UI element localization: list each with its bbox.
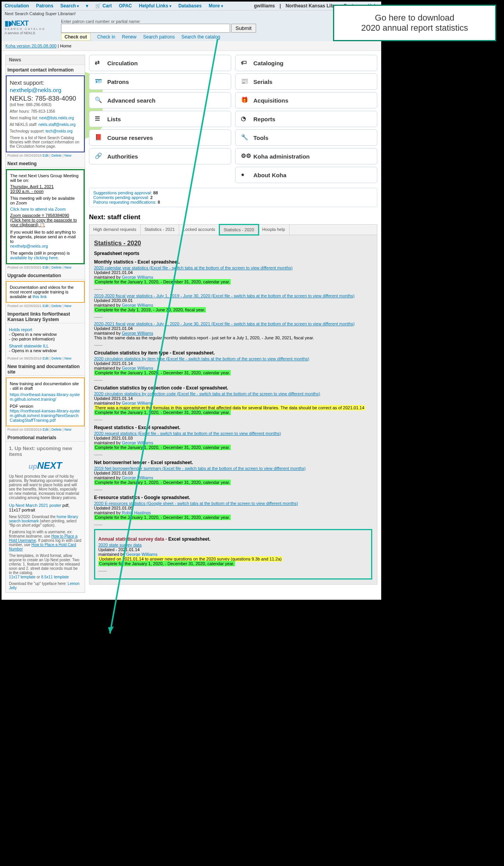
template2-link[interactable]: 8.5x11 template [41,575,69,579]
report8-link[interactable]: 2020 E-resources statistics (Google shee… [94,501,298,506]
r5-status: Complete for the January 1, 2020, - Dece… [94,410,231,415]
new-link[interactable]: New [65,154,72,157]
module-serials[interactable]: 📰Serials [235,73,377,90]
tech-label: Technology support: [10,129,45,133]
contact-header: Important contact information [6,65,85,74]
agenda-email[interactable]: nexthelp@nekls.org [10,244,48,248]
training-link1[interactable]: https://northeast-kansas-library-system.… [10,392,81,402]
report2-link[interactable]: 2019-2020 fiscal year statistics - July … [94,293,355,298]
promo-header: Promotional materials [6,433,85,442]
ml-label: Next mailing list: [10,116,39,120]
module-about-koha[interactable]: ●About Koha [235,167,377,183]
holds-report-link[interactable]: Holds report [9,327,32,332]
nav-search[interactable]: Search [60,3,79,9]
delete-link[interactable]: Delete [51,428,61,431]
nav-helpful[interactable]: Helpful Links [139,3,171,9]
poster-link[interactable]: Up Next March 2021 poster [9,503,61,508]
module-acquisitions[interactable]: 🎁Acquisitions [235,92,377,108]
koha-version-link[interactable]: Koha version 20.05.08.000 [5,44,57,48]
module-course-reserves[interactable]: 📕Course reserves [89,129,231,146]
news-header: News [6,55,85,65]
tab-high-demand[interactable]: High demand requests [89,225,141,235]
agenda-link[interactable]: available by clicking here [10,255,58,260]
delete-link[interactable]: Delete [51,356,61,360]
report9-link[interactable]: 2020 state survey data [98,543,141,547]
tab-stats-2021[interactable]: Statistics - 2021 [141,225,179,235]
support-email[interactable]: nexthelp@nekls.org [10,87,61,93]
nav-databases[interactable]: Databases [178,3,202,9]
edit-link[interactable]: Edit [43,356,49,360]
staff-link[interactable]: nekls.staff@nekls.org [38,122,76,127]
nav-patrons[interactable]: Patrons [36,3,54,9]
agenda-prog: The agenda (still in progress) is [10,251,70,255]
tab-stats-2020[interactable]: Statistics - 2020 [219,224,259,236]
tech-link[interactable]: tech@nekls.org [45,129,73,133]
module-reports[interactable]: ◔Reports [235,111,377,127]
patron-mod-link[interactable]: Patrons requesting modifications: [93,200,158,204]
suggestions-link[interactable]: Suggestions pending approval: [93,190,153,195]
submit-button[interactable] [231,24,256,33]
edit-link[interactable]: Edit [43,154,49,157]
report4-link[interactable]: 2020 circulaton statistics by item type … [94,356,309,361]
ill-link[interactable]: Shareit statewide ILL [9,344,82,348]
zoom-passcode[interactable]: Zoom passcode = 7858384090 (Click here t… [10,213,80,227]
logo[interactable]: ▮◗NEXT SEARCH CATALOG A service of NEKLS [5,19,57,35]
new-link[interactable]: New [65,265,72,269]
edit-link[interactable]: Edit [43,428,49,431]
report6-link[interactable]: 2020 request statistics (Excel file - sw… [94,431,281,436]
module-circulation[interactable]: ⇄Circulation [89,55,231,71]
module-koha-admin[interactable]: ⚙⚙Koha administration [235,148,377,164]
patron-search-input[interactable] [61,24,230,33]
annual-h: Annual statistical survey data - Excel s… [98,536,368,542]
module-cataloging[interactable]: 🏷Cataloging [235,55,377,71]
report1-link[interactable]: 2020 calendar year statistics (Excel fil… [94,265,293,270]
nav-opac[interactable]: OPAC [119,3,132,9]
tab-search-catalog[interactable]: Search the catalog [181,34,220,40]
template1-link[interactable]: 11x17 template [9,575,35,579]
r3-note: This is the same data as the regular mon… [94,335,372,340]
upnext-blurb: Up Next promotes the use of holds by pat… [9,474,82,500]
nav-more[interactable]: More [209,3,223,9]
new-link[interactable]: New [65,356,72,360]
typeface-text: Download the "up" typeface here: [9,581,68,586]
training-link2[interactable]: https://northeast-kansas-library-system.… [10,409,81,423]
zoom-link[interactable]: Click here to attend via Zoom [10,207,80,211]
tab-search-patrons[interactable]: Search patrons [143,34,174,40]
tab-locked[interactable]: Locked accounts [179,225,220,235]
tab-checkin[interactable]: Check in [97,34,115,40]
support-label: Next support: [10,79,81,86]
r4-updated: Updated 2021.01.14 [94,361,372,366]
r3-updated: Updated 2021.01.04 [94,326,372,331]
holds-note2: - (no patron information) [9,337,82,341]
delete-link[interactable]: Delete [51,265,61,269]
edit-link[interactable]: Edit [43,304,49,308]
module-patrons[interactable]: 🪪Patrons [89,73,231,90]
ml-link[interactable]: next@lists.nekls.org [39,116,74,120]
report5-link[interactable]: 2020 circulaton statistics by collection… [94,391,320,396]
report7-link[interactable]: 2019 Net borrower/lender summary (Excel … [94,466,306,471]
alerts-panel: Suggestions pending approval: 88 Comment… [89,188,377,207]
module-authorities[interactable]: 🔗Authorities [89,148,231,164]
report3-link[interactable]: 2020-2021 fiscal year statistics - July … [94,321,355,326]
module-lists[interactable]: ☰Lists [89,111,231,127]
edit-link[interactable]: Edit [43,265,49,269]
new-link[interactable]: New [65,428,72,431]
delete-link[interactable]: Delete [51,154,61,157]
module-advanced-search[interactable]: 🔍Advanced search [89,92,231,108]
maintainer-link[interactable]: George Williams [122,331,153,335]
nav-cart[interactable]: 🛒 Cart [95,3,112,9]
pie-chart-icon: ◔ [241,115,249,123]
module-tools[interactable]: 🔧Tools [235,129,377,146]
tab-renew[interactable]: Renew [122,34,136,40]
upgrade-link[interactable]: this link [33,294,47,299]
r8-status: Complete for the January 1, 2020, - Dece… [94,515,231,520]
new-link[interactable]: New [65,304,72,308]
nav-caret[interactable]: ▾ [86,3,88,9]
comments-link[interactable]: Comments pending approval: [93,195,150,200]
tab-hoopla[interactable]: Hoopla help [258,225,289,235]
user-name[interactable]: gwilliams [254,3,275,9]
delete-link[interactable]: Delete [51,304,61,308]
tab-checkout[interactable]: Check out [61,33,91,41]
posted-date: Posted on 03/28/2019 [7,428,42,431]
nav-circulation[interactable]: Circulation [5,3,29,9]
